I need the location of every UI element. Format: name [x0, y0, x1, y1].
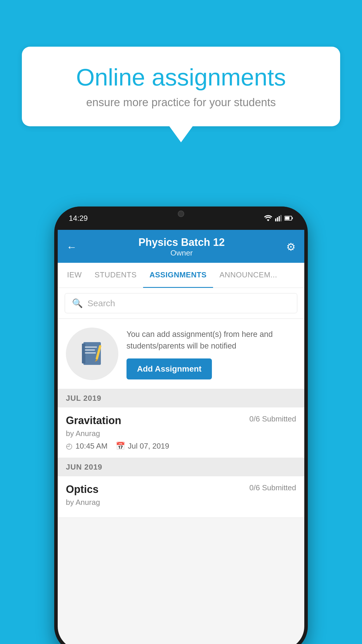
svg-rect-2	[279, 216, 280, 221]
search-icon: 🔍	[72, 298, 83, 308]
svg-rect-6	[285, 217, 289, 220]
tabs-bar: IEW STUDENTS ASSIGNMENTS ANNOUNCEM...	[58, 263, 304, 288]
phone-notch	[152, 206, 210, 221]
svg-rect-8	[82, 344, 85, 363]
calendar-icon: 📅	[116, 442, 125, 451]
phone-screen: ← Physics Batch 12 Owner ⚙ IEW STUDENTS …	[58, 230, 304, 644]
assignment-name: Gravitation	[66, 414, 121, 427]
bubble-title: Online assignments	[42, 64, 320, 90]
speech-bubble: Online assignments ensure more practice …	[22, 47, 340, 126]
front-camera	[178, 211, 184, 217]
assignment-item-optics[interactable]: Optics 0/6 Submitted by Anurag	[58, 476, 304, 518]
svg-rect-9	[85, 346, 97, 348]
header-subtitle: Owner	[77, 249, 286, 258]
section-header-jul: JUL 2019	[58, 389, 304, 407]
status-time: 14:29	[69, 214, 88, 223]
notebook-icon	[78, 339, 107, 368]
assignment-by-optics: by Anurag	[66, 498, 296, 507]
tab-announcements[interactable]: ANNOUNCEM...	[213, 263, 284, 288]
svg-rect-11	[85, 352, 96, 354]
status-icons	[264, 215, 293, 221]
add-assignment-button[interactable]: Add Assignment	[126, 358, 212, 379]
tab-iew[interactable]: IEW	[61, 263, 88, 288]
section-header-jun: JUN 2019	[58, 458, 304, 476]
clock-icon: ◴	[66, 442, 73, 451]
assignment-name-optics: Optics	[66, 483, 99, 496]
phone-frame: 14:29	[54, 206, 308, 644]
promo-icon-circle	[66, 328, 118, 380]
bubble-subtitle: ensure more practice for your students	[42, 96, 320, 109]
header-title-area: Physics Batch 12 Owner	[77, 236, 286, 258]
tab-students[interactable]: STUDENTS	[88, 263, 143, 288]
promo-description: You can add assignment(s) from here and …	[126, 328, 296, 352]
svg-rect-5	[292, 217, 293, 219]
assignment-top: Gravitation 0/6 Submitted	[66, 414, 296, 427]
promo-content: You can add assignment(s) from here and …	[126, 328, 296, 379]
svg-rect-0	[275, 218, 276, 221]
signal-icon	[275, 215, 282, 221]
search-input-wrapper[interactable]: 🔍 Search	[65, 293, 297, 313]
speech-bubble-arrow	[169, 126, 193, 142]
status-bar: 14:29	[54, 206, 308, 230]
assignment-submitted-optics: 0/6 Submitted	[249, 483, 296, 492]
assignment-time-value: 10:45 AM	[75, 442, 108, 451]
assignment-meta: ◴ 10:45 AM 📅 Jul 07, 2019	[66, 442, 296, 451]
svg-rect-3	[280, 215, 282, 221]
wifi-icon	[264, 215, 272, 221]
assignment-date: 📅 Jul 07, 2019	[116, 442, 169, 451]
app-header: ← Physics Batch 12 Owner ⚙	[58, 230, 304, 263]
tab-assignments[interactable]: ASSIGNMENTS	[143, 263, 213, 288]
assignment-date-value: Jul 07, 2019	[128, 442, 169, 451]
search-container: 🔍 Search	[58, 288, 304, 319]
speech-bubble-container: Online assignments ensure more practice …	[22, 47, 340, 142]
settings-icon[interactable]: ⚙	[286, 241, 296, 253]
back-button[interactable]: ←	[66, 241, 77, 253]
svg-rect-10	[85, 349, 95, 351]
assignment-by: by Anurag	[66, 429, 296, 438]
header-title: Physics Batch 12	[77, 236, 286, 249]
assignment-submitted: 0/6 Submitted	[249, 414, 296, 424]
svg-rect-1	[277, 217, 278, 221]
battery-icon	[284, 216, 293, 221]
promo-card: You can add assignment(s) from here and …	[58, 319, 304, 389]
assignment-time: ◴ 10:45 AM	[66, 442, 108, 451]
assignment-top-optics: Optics 0/6 Submitted	[66, 483, 296, 496]
assignment-item-gravitation[interactable]: Gravitation 0/6 Submitted by Anurag ◴ 10…	[58, 407, 304, 458]
search-input[interactable]: Search	[87, 298, 115, 308]
